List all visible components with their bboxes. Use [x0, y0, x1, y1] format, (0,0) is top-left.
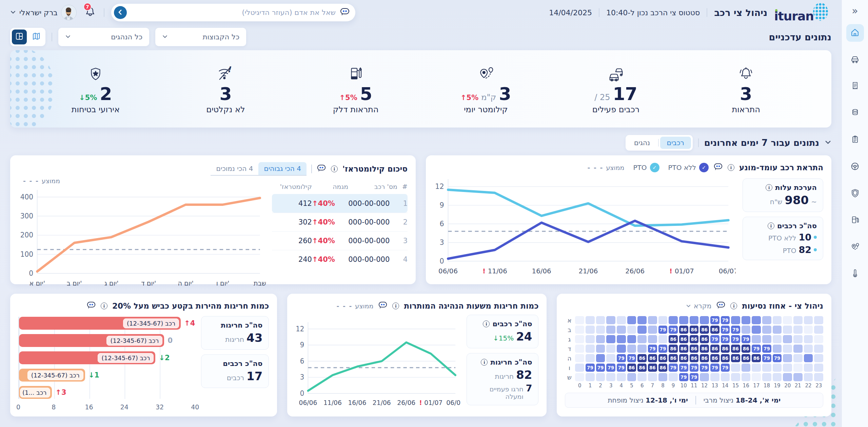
heatmap-cell[interactable]	[783, 373, 792, 381]
heatmap-cell[interactable]: 86	[658, 354, 668, 362]
heatmap-cell[interactable]: 79	[762, 354, 771, 362]
heatmap-cell[interactable]	[783, 326, 792, 334]
heatmap-cell[interactable]: 86	[721, 354, 730, 362]
bar-row[interactable]: רכב (12-345-67)↑4	[19, 317, 195, 330]
heatmap-cell[interactable]	[606, 316, 615, 324]
legend-no-pto-toggle[interactable]: ✓ ללא PTO	[668, 163, 709, 172]
sidebar-item-expenses[interactable]	[846, 104, 864, 122]
heatmap-cell[interactable]	[637, 335, 647, 343]
ai-assistant-icon[interactable]	[713, 162, 723, 173]
heatmap-cell[interactable]: 86	[710, 354, 719, 362]
info-icon[interactable]: i	[101, 303, 107, 309]
info-icon[interactable]: i	[392, 303, 399, 309]
heatmap-cell[interactable]	[752, 326, 761, 334]
heatmap-cell[interactable]: 79	[617, 354, 626, 362]
groups-dropdown[interactable]: כל הקבוצות	[155, 28, 246, 46]
table-row[interactable]: 4000-00-000↑40%240	[272, 250, 408, 269]
heatmap-cell[interactable]: 79	[586, 364, 595, 372]
heatmap-cell[interactable]	[575, 345, 584, 353]
heatmap-cell[interactable]	[700, 316, 709, 324]
bar-row[interactable]: רכב (12-345-67)↓1	[19, 369, 195, 382]
heatmap-cell[interactable]	[804, 373, 813, 381]
heatmap-cell[interactable]	[627, 316, 636, 324]
heatmap-cell[interactable]	[669, 373, 678, 381]
heatmap-cell[interactable]: 86	[679, 354, 688, 362]
heatmap-cell[interactable]	[596, 316, 605, 324]
heatmap-cell[interactable]: 79	[731, 326, 740, 334]
heatmap-cell[interactable]: 86	[669, 354, 678, 362]
heatmap-cell[interactable]: 86	[679, 335, 688, 343]
kpi-not-reporting[interactable]: ! 3 לא נקלטים	[161, 63, 291, 114]
heatmap-cell[interactable]	[804, 354, 813, 362]
bar-row[interactable]: רכב (1...↑3	[19, 386, 195, 399]
heatmap-cell[interactable]: 79	[669, 326, 678, 334]
heatmap-cell[interactable]	[575, 326, 584, 334]
heatmap-cell[interactable]: 86	[669, 335, 678, 343]
heatmap-cell[interactable]	[783, 335, 792, 343]
heatmap-cell[interactable]: 79	[669, 364, 678, 372]
sidebar-item-safety[interactable]	[846, 185, 864, 202]
heatmap-cell[interactable]	[575, 364, 584, 372]
heatmap-cell[interactable]	[783, 354, 792, 362]
heatmap-cell[interactable]	[648, 335, 657, 343]
dashboard-view-button[interactable]	[12, 30, 27, 44]
heatmap-cell[interactable]	[762, 335, 771, 343]
heatmap-cell[interactable]: 79	[721, 335, 730, 343]
heatmap-cell[interactable]	[814, 345, 823, 353]
heatmap-cell[interactable]	[783, 345, 792, 353]
map-view-button[interactable]	[29, 30, 44, 44]
ai-assistant-icon[interactable]	[86, 300, 96, 311]
heatmap-cell[interactable]: 86	[731, 345, 740, 353]
heatmap-cell[interactable]: 79	[721, 316, 730, 324]
heatmap-cell[interactable]: 86	[700, 335, 709, 343]
heatmap-cell[interactable]	[804, 316, 813, 324]
heatmap-cell[interactable]	[814, 316, 823, 324]
heatmap-cell[interactable]	[658, 373, 668, 381]
heatmap-cell[interactable]	[762, 326, 771, 334]
heatmap-cell[interactable]	[731, 373, 740, 381]
heatmap-cell[interactable]: 86	[658, 364, 668, 372]
heatmap-cell[interactable]: 86	[648, 354, 657, 362]
sidebar-item-driving[interactable]	[846, 158, 864, 176]
info-icon[interactable]: i	[481, 359, 488, 366]
heatmap-cell[interactable]	[637, 316, 647, 324]
bar-row[interactable]: רכב (12-345-67)0	[19, 334, 195, 347]
heatmap-cell[interactable]	[575, 354, 584, 362]
heatmap-cell[interactable]	[731, 316, 740, 324]
heatmap-cell[interactable]	[793, 345, 803, 353]
bar-row[interactable]: רכב (12-345-67)↓2	[19, 351, 195, 364]
heatmap-cell[interactable]	[773, 373, 782, 381]
heatmap-cell[interactable]: 86	[648, 364, 657, 372]
heatmap-cell[interactable]	[814, 364, 823, 372]
notifications-button[interactable]: 7	[83, 5, 97, 20]
heatmap-cell[interactable]: 79	[752, 345, 761, 353]
heatmap-cell[interactable]	[804, 345, 813, 353]
heatmap-cell[interactable]	[731, 364, 740, 372]
heatmap-cell[interactable]	[793, 335, 803, 343]
heatmap-cell[interactable]: 79	[596, 364, 605, 372]
heatmap-cell[interactable]: 86	[637, 364, 647, 372]
assistant-search-bar[interactable]	[111, 4, 355, 21]
heatmap-cell[interactable]: 79	[679, 373, 688, 381]
heatmap-cell[interactable]	[773, 345, 782, 353]
info-icon[interactable]: i	[730, 303, 737, 309]
heatmap-cell[interactable]: 86	[690, 335, 699, 343]
heatmap-cell[interactable]: 86	[637, 354, 647, 362]
heatmap-cell[interactable]	[596, 354, 605, 362]
heatmap-cell[interactable]: 79	[627, 354, 636, 362]
heatmap-cell[interactable]	[596, 326, 605, 334]
heatmap-cell[interactable]: 79	[658, 326, 668, 334]
heatmap-legend-dropdown[interactable]: מקרא	[686, 302, 711, 310]
heatmap-cell[interactable]	[742, 364, 751, 372]
heatmap-cell[interactable]: 79	[679, 364, 688, 372]
heatmap-cell[interactable]	[773, 364, 782, 372]
heatmap-cell[interactable]	[804, 335, 813, 343]
info-icon[interactable]: i	[768, 222, 774, 229]
heatmap-cell[interactable]	[617, 316, 626, 324]
ai-assistant-icon[interactable]	[716, 300, 726, 311]
heatmap-cell[interactable]: 79	[700, 364, 709, 372]
heatmap-cell[interactable]	[648, 326, 657, 334]
heatmap-cell[interactable]	[637, 326, 647, 334]
heatmap-cell[interactable]	[742, 316, 751, 324]
heatmap-cell[interactable]	[742, 373, 751, 381]
